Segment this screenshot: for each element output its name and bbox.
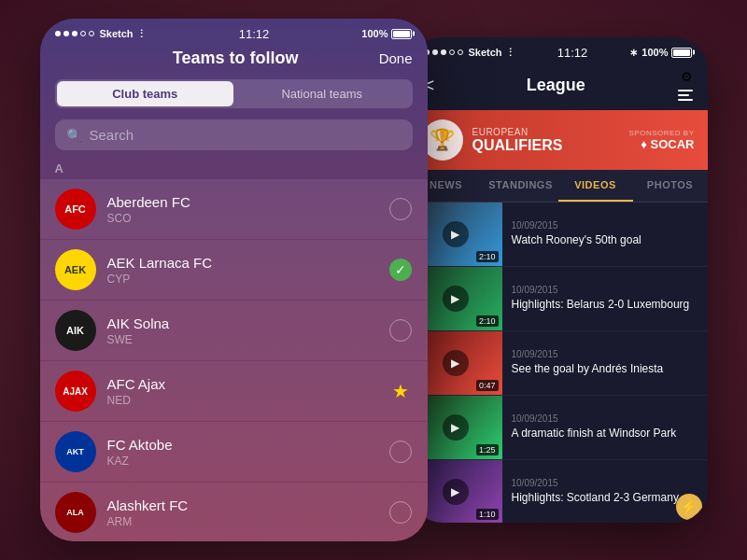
right-tabs: NEWS STANDINGS VIDEOS PHOTOS — [409, 170, 708, 203]
video-info-5: 10/09/2015 Highlights: Scotland 2-3 Germ… — [502, 460, 708, 523]
menu-button[interactable]: ⚙ — [678, 69, 693, 101]
video-info-3: 10/09/2015 See the goal by Andrés Iniest… — [502, 331, 708, 395]
menu-line-2 — [678, 94, 689, 96]
right-battery-icon — [671, 48, 692, 58]
aek-logo: AEK — [55, 249, 96, 290]
signal-dot-4 — [80, 31, 86, 36]
eq-banner[interactable]: 🏆 EUROPEAN QUALIFIERS SPONSORED BY ♦ SOC… — [409, 110, 708, 170]
aberdeen-logo: AFC — [55, 189, 96, 230]
done-button[interactable]: Done — [379, 50, 413, 66]
eq-title-top: EUROPEAN — [472, 127, 620, 137]
video-duration-1: 2:10 — [476, 251, 499, 262]
wifi-label: Sketch ⋮ — [100, 28, 147, 40]
star-icon: ★ — [392, 380, 409, 402]
menu-line-1 — [678, 90, 693, 91]
team-row-aberdeen[interactable]: AFC Aberdeen FC SCO — [40, 179, 428, 239]
aberdeen-action[interactable] — [388, 197, 413, 221]
tab-standings[interactable]: STANDINGS — [484, 170, 558, 202]
aberdeen-name: Aberdeen FC — [107, 194, 377, 210]
battery-fill — [393, 31, 410, 37]
eq-title-bottom: QUALIFIERS — [472, 137, 620, 154]
video-list: ▶ 2:10 10/09/2015 Watch Rooney's 50th go… — [409, 203, 708, 523]
video-title-5: Highlights: Scotland 2-3 Germany — [512, 491, 698, 506]
video-date-3: 10/09/2015 — [512, 349, 698, 359]
video-info-2: 10/09/2015 Highlights: Belarus 2-0 Luxem… — [502, 267, 708, 330]
video-date-1: 10/09/2015 — [512, 220, 698, 231]
signal-dots: Sketch ⋮ — [55, 28, 147, 40]
aik-country: SWE — [107, 333, 377, 346]
r-dot-4 — [449, 49, 455, 55]
video-title-2: Highlights: Belarus 2-0 Luxembourg — [512, 298, 698, 313]
segment-club-teams[interactable]: Club teams — [57, 81, 234, 106]
tab-videos[interactable]: VIDEOS — [558, 170, 633, 202]
search-bar[interactable]: 🔍 Search — [55, 119, 413, 150]
right-battery-pct: 100% — [641, 47, 668, 58]
video-row-2[interactable]: ▶ 2:10 10/09/2015 Highlights: Belarus 2-… — [409, 267, 708, 331]
play-icon-5: ▶ — [443, 479, 469, 505]
video-row-5[interactable]: ▶ 1:10 10/09/2015 Highlights: Scotland 2… — [409, 460, 708, 523]
video-date-4: 10/09/2015 — [512, 413, 698, 424]
alashkert-info: Alashkert FC ARM — [107, 497, 377, 528]
segment-national-teams[interactable]: National teams — [233, 81, 411, 106]
video-row-1[interactable]: ▶ 2:10 10/09/2015 Watch Rooney's 50th go… — [409, 203, 708, 267]
right-status-bar: Sketch ⋮ 11:12 ∗ 100% — [409, 37, 708, 63]
eq-sponsored-by: SPONSORED BY — [628, 129, 694, 137]
alashkert-action[interactable] — [388, 500, 413, 525]
team-row-aek[interactable]: AEK AEK Larnaca FC CYP ✓ — [40, 240, 428, 300]
r-dot-2 — [432, 49, 438, 55]
aek-info: AEK Larnaca FC CYP — [107, 255, 377, 286]
search-input[interactable]: Search — [90, 127, 134, 143]
battery-icon — [391, 29, 412, 39]
right-time: 11:12 — [557, 46, 588, 60]
menu-line-3 — [678, 99, 693, 101]
right-header: < League ⚙ — [409, 63, 708, 110]
team-row-aik[interactable]: AIK AIK Solna SWE — [40, 301, 428, 360]
video-row-4[interactable]: ▶ 1:25 10/09/2015 A dramatic finish at W… — [409, 396, 708, 460]
aik-name: AIK Solna — [107, 315, 377, 331]
video-title-1: Watch Rooney's 50th goal — [512, 233, 698, 248]
team-row-ajax[interactable]: AJAX AFC Ajax NED ★ — [40, 361, 428, 421]
aek-action[interactable]: ✓ — [388, 258, 413, 282]
left-status-bar: Sketch ⋮ 11:12 100% — [40, 19, 428, 45]
ajax-info: AFC Ajax NED — [107, 376, 377, 407]
circle-select-icon — [389, 198, 412, 220]
search-icon: 🔍 — [66, 128, 82, 143]
video-info-1: 10/09/2015 Watch Rooney's 50th goal — [502, 203, 708, 266]
video-duration-3: 0:47 — [476, 380, 499, 391]
circle-select-icon-3 — [389, 441, 412, 463]
ajax-action[interactable]: ★ — [388, 379, 413, 403]
aik-info: AIK Solna SWE — [107, 315, 377, 346]
eq-sponsor: SPONSORED BY ♦ SOCAR — [628, 129, 694, 151]
video-row-3[interactable]: ▶ 0:47 10/09/2015 See the goal by Andrés… — [409, 331, 708, 396]
eq-logo: 🏆 — [422, 119, 463, 161]
signal-dot-3 — [72, 31, 78, 36]
team-row-aktobe[interactable]: AKT FC Aktobe KAZ — [40, 422, 428, 482]
video-date-2: 10/09/2015 — [512, 285, 698, 295]
circle-select-icon-2 — [389, 319, 412, 342]
check-select-icon: ✓ — [389, 259, 412, 281]
video-duration-4: 1:25 — [476, 444, 499, 455]
right-page-title: League — [527, 76, 585, 95]
section-a-header: A — [40, 158, 428, 179]
play-icon-1: ▶ — [443, 221, 469, 247]
video-duration-5: 1:10 — [476, 509, 499, 520]
aek-country: CYP — [107, 273, 377, 286]
left-phone: Sketch ⋮ 11:12 100% Teams to follow Done… — [40, 19, 428, 541]
aik-action[interactable] — [388, 318, 413, 343]
team-row-alashkert[interactable]: ALA Alashkert FC ARM — [40, 483, 428, 541]
aktobe-country: KAZ — [107, 455, 377, 468]
right-battery-fill — [673, 49, 690, 56]
left-header: Teams to follow Done — [40, 45, 428, 79]
play-icon-2: ▶ — [443, 286, 469, 312]
aktobe-info: FC Aktobe KAZ — [107, 437, 377, 468]
aberdeen-country: SCO — [107, 212, 377, 225]
right-wifi-label: Sketch ⋮ — [469, 47, 515, 59]
right-battery-area: ∗ 100% — [629, 47, 692, 59]
video-title-4: A dramatic finish at Windsor Park — [512, 427, 698, 441]
lightning-badge: ⚡ — [676, 494, 702, 520]
r-dot-5 — [458, 49, 463, 55]
aktobe-action[interactable] — [388, 440, 413, 464]
tab-photos[interactable]: PHOTOS — [633, 170, 708, 202]
ajax-logo: AJAX — [55, 371, 96, 412]
page-title: Teams to follow — [173, 49, 299, 68]
